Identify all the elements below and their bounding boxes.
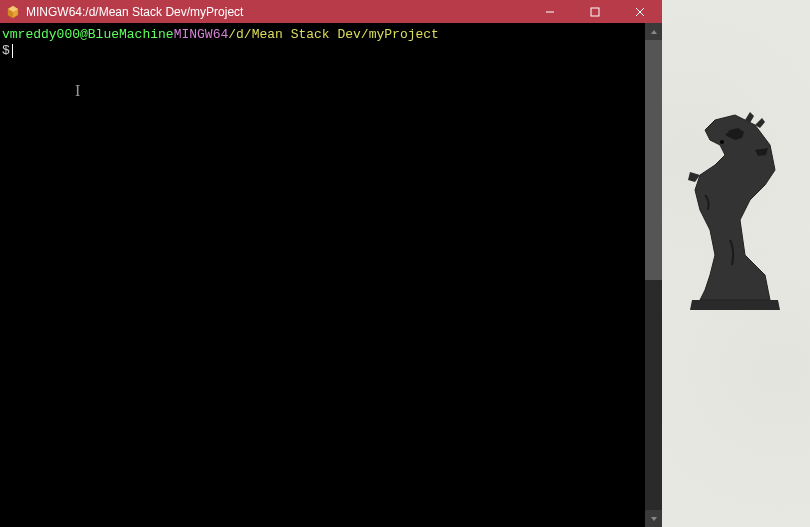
dragon-chess-piece-icon: [670, 100, 800, 320]
prompt-path: /d/Mean Stack Dev/myProject: [228, 27, 439, 43]
scrollbar[interactable]: [645, 23, 662, 527]
prompt-symbol: $: [2, 43, 10, 59]
text-cursor: [12, 44, 13, 58]
window-controls: [527, 0, 662, 23]
scroll-thumb[interactable]: [645, 40, 662, 280]
prompt-line: vmreddy000@BlueMachine MINGW64 /d/Mean S…: [2, 27, 643, 43]
terminal-window: MINGW64:/d/Mean Stack Dev/myProject vmre…: [0, 0, 662, 527]
terminal-text-area[interactable]: vmreddy000@BlueMachine MINGW64 /d/Mean S…: [0, 23, 645, 527]
desktop-background: [660, 0, 810, 527]
title-bar[interactable]: MINGW64:/d/Mean Stack Dev/myProject: [0, 0, 662, 23]
mouse-ibeam-cursor: I: [75, 83, 80, 99]
scroll-up-button[interactable]: [645, 23, 662, 40]
prompt-user: vmreddy000@BlueMachine: [2, 27, 174, 43]
scroll-track[interactable]: [645, 40, 662, 510]
svg-marker-9: [651, 517, 657, 521]
input-line[interactable]: $: [2, 43, 643, 59]
svg-rect-5: [591, 8, 599, 16]
window-title: MINGW64:/d/Mean Stack Dev/myProject: [26, 5, 243, 19]
maximize-button[interactable]: [572, 0, 617, 23]
title-left: MINGW64:/d/Mean Stack Dev/myProject: [6, 5, 243, 19]
close-button[interactable]: [617, 0, 662, 23]
prompt-env: MINGW64: [174, 27, 229, 43]
minimize-button[interactable]: [527, 0, 572, 23]
app-icon: [6, 5, 20, 19]
svg-point-0: [720, 140, 724, 144]
terminal-content: vmreddy000@BlueMachine MINGW64 /d/Mean S…: [0, 23, 662, 527]
svg-marker-8: [651, 30, 657, 34]
scroll-down-button[interactable]: [645, 510, 662, 527]
